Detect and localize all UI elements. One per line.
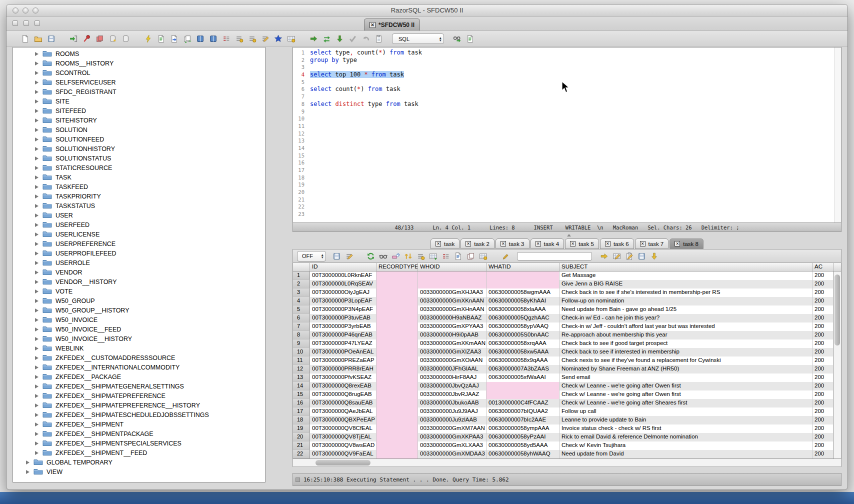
column-header-id[interactable]: ID (310, 263, 376, 271)
cell-ac[interactable]: 200 (812, 390, 834, 399)
tree-item-sfdc_registrant[interactable]: SFDC_REGISTRANT (13, 87, 265, 96)
grid-view-icon[interactable] (441, 252, 450, 261)
cell-id[interactable]: 00T3000000P46qnEAB (310, 331, 376, 340)
new-file-icon[interactable] (20, 34, 30, 44)
cell-id[interactable]: 00T3000000L0RknEAF (310, 272, 376, 280)
auto-commit-select-stepper-icon[interactable]: ▲▼ (321, 254, 324, 258)
expand-arrow-icon[interactable] (35, 290, 38, 294)
result-tab-task-7[interactable]: ✕task 7 (635, 238, 669, 249)
tree-item-scontrol[interactable]: SCONTROL (13, 68, 265, 78)
code-line[interactable] (310, 78, 422, 86)
cell-recordtypeid[interactable] (376, 322, 418, 331)
cell-whatid[interactable]: 006300000058yhWAAQ (486, 450, 560, 458)
table-row[interactable]: 100T3000000L0RknEAFGet Massage200 (293, 272, 841, 280)
cell-whoid[interactable]: 0033000000GmXMDAA3 (418, 450, 486, 458)
save-results-icon[interactable] (332, 252, 342, 261)
row-number-cell[interactable]: 20 (293, 433, 310, 442)
edit-sql-icon[interactable] (260, 34, 270, 44)
code-line[interactable] (310, 188, 422, 196)
expand-arrow-icon[interactable] (35, 80, 38, 84)
cell-subject[interactable]: Follow up call (560, 408, 812, 416)
expand-arrow-icon[interactable] (35, 413, 38, 417)
result-tab-task-2[interactable]: ✕task 2 (460, 238, 494, 249)
code-line[interactable] (310, 196, 422, 204)
format-sql-icon[interactable] (234, 34, 244, 44)
close-tab-icon[interactable]: ✕ (674, 241, 680, 246)
cell-whoid[interactable]: 0033000000Ju9J9AAJ (418, 408, 486, 416)
cell-whoid[interactable]: 0033000000GmXKmAAN (418, 340, 486, 348)
cell-recordtypeid[interactable] (376, 450, 418, 458)
close-tab-icon[interactable]: ✕ (605, 241, 610, 246)
tree-item-sitehistory[interactable]: SITEHISTORY (13, 116, 265, 125)
cell-recordtypeid[interactable] (376, 306, 418, 314)
cell-ac[interactable]: 200 (812, 382, 834, 390)
cell-whatid[interactable]: 006300000058x9qAAA (486, 356, 560, 365)
row-number-cell[interactable]: 12 (293, 365, 310, 374)
form-view-icon[interactable] (454, 252, 463, 261)
table-row[interactable]: 1200T3000000PRR8rEAH0033000000JFhGlAAL00… (293, 365, 841, 374)
open-file-icon[interactable] (34, 34, 43, 44)
tree-item-user[interactable]: USER (13, 210, 265, 220)
cell-whatid[interactable]: 006300000058yPzAAI (486, 433, 560, 442)
tree-item-zkfedex__shipmatepreference__history[interactable]: ZKFEDEX__SHIPMATEPREFERENCE__HISTORY (13, 400, 265, 410)
row-number-cell[interactable]: 2 (293, 280, 310, 288)
expand-arrow-icon[interactable] (35, 366, 38, 370)
cell-whatid[interactable]: 006300000058xw5AAA (486, 348, 560, 356)
cell-recordtypeid[interactable] (376, 442, 418, 450)
tree-item-task[interactable]: TASK (13, 172, 265, 182)
column-lookup-icon[interactable] (222, 34, 231, 44)
tree-item-userrole[interactable]: USERROLE (13, 258, 265, 268)
cell-subject[interactable]: Get Massage (560, 272, 812, 280)
describe-table-icon[interactable] (156, 34, 166, 44)
cell-whoid[interactable]: 0033000000GmXKnAAN (418, 297, 486, 306)
expand-arrow-icon[interactable] (35, 204, 38, 208)
expand-arrow-icon[interactable] (35, 299, 38, 303)
cell-recordtypeid[interactable] (376, 365, 418, 374)
document-tab[interactable]: ✕ *SFDCW50 II (364, 18, 420, 30)
expand-arrow-icon[interactable] (35, 118, 38, 122)
expand-arrow-icon[interactable] (35, 356, 38, 360)
cell-ac[interactable]: 200 (812, 306, 834, 314)
cell-id[interactable]: 00T3000000P3N4pEAF (310, 306, 376, 314)
cell-whatid[interactable]: 006300000058xlaAAA (486, 306, 560, 314)
favorites-icon[interactable] (274, 34, 283, 44)
tree-item-zkfedex__customaddresssource[interactable]: ZKFEDEX__CUSTOMADDRESSSOURCE (13, 353, 265, 362)
row-number-cell[interactable]: 19 (293, 424, 310, 433)
code-line[interactable]: select count(*) from task (310, 86, 422, 93)
result-tab-task-5[interactable]: ✕task 5 (565, 238, 599, 249)
clear-results-icon[interactable] (391, 252, 400, 261)
expand-arrow-icon[interactable] (35, 270, 38, 274)
table-row[interactable]: 1300T3000000PfvKSEAZ0033000000HirF8AAJ00… (293, 374, 841, 382)
column-header-whoid[interactable]: WHOID (418, 263, 486, 271)
results-vscroll-thumb[interactable] (834, 274, 840, 346)
close-window-button[interactable] (12, 8, 18, 14)
syntax-check-icon[interactable] (348, 34, 358, 44)
code-line[interactable]: select type, count(*) from task (310, 49, 422, 56)
cell-whatid[interactable]: 006300000058wgmAAA (486, 288, 560, 297)
cell-recordtypeid[interactable] (376, 408, 418, 416)
tree-item-solutionstatus[interactable]: SOLUTIONSTATUS (13, 154, 265, 163)
table-row[interactable]: 1500T3000000Q8rugEAB0033000000JbvRJAAZCh… (293, 390, 841, 399)
table-row[interactable]: 800T3000000P46qnEAB0033000000H9i0pAAB006… (293, 331, 841, 340)
connect-database-icon[interactable] (69, 34, 78, 44)
expand-arrow-icon[interactable] (35, 384, 38, 388)
cell-id[interactable]: 00T3000000QV8TjEAL (310, 433, 376, 442)
cell-whoid[interactable] (418, 280, 486, 288)
transpose-results-icon[interactable] (404, 252, 413, 261)
expand-arrow-icon[interactable] (35, 194, 38, 198)
cell-subject[interactable]: Check nexis to see if they've found a re… (560, 356, 812, 365)
expand-arrow-icon[interactable] (35, 147, 38, 151)
row-number-cell[interactable]: 8 (293, 331, 310, 340)
cell-subject[interactable]: Check-in w/ Ed - can he join this year? (560, 314, 812, 322)
cell-whoid[interactable]: 0033000000JFhGlAAL (418, 365, 486, 374)
frame-button-3-icon[interactable] (34, 20, 40, 26)
cell-ac[interactable]: 200 (812, 450, 834, 458)
row-number-cell[interactable]: 13 (293, 374, 310, 382)
sql-code-area[interactable]: select type, count(*) from taskgroup by … (306, 48, 422, 222)
tree-item-view[interactable]: VIEW (13, 467, 265, 476)
cell-recordtypeid[interactable] (376, 331, 418, 340)
edit-table-tool-icon[interactable] (196, 34, 205, 44)
tree-item-global-temporary[interactable]: GLOBAL TEMPORARY (13, 458, 265, 467)
tree-item-w50_invoice__history[interactable]: W50_INVOICE__HISTORY (13, 334, 265, 344)
cell-ac[interactable]: 200 (812, 288, 834, 297)
